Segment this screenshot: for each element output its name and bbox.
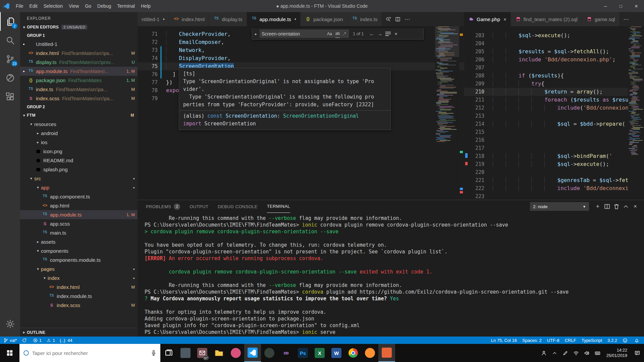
activity-scm[interactable]: 23 — [0, 50, 20, 68]
tab-game.sql[interactable]: game.sql — [582, 12, 620, 26]
tray-keyboard[interactable] — [592, 344, 603, 362]
panel-tab-terminal[interactable]: TERMINAL — [267, 200, 290, 213]
tree-item-app.module.ts[interactable]: TSapp.module.ts1, M — [20, 210, 138, 219]
menu-edit[interactable]: Edit — [26, 3, 41, 9]
taskbar-clock[interactable]: 14:22 25/01/2019 — [603, 348, 631, 358]
close-find-button[interactable]: × — [392, 30, 400, 38]
tree-item-android[interactable]: ▸android — [20, 129, 138, 138]
open-changes-button[interactable] — [384, 16, 392, 22]
activity-files[interactable]: 2 — [0, 12, 20, 31]
tree-item-main.ts[interactable]: TSmain.ts — [20, 228, 138, 237]
taskbar-capture-app[interactable] — [177, 344, 194, 362]
open-editor-display.ts[interactable]: TSdisplay.tsFindTeamMates\src\prov...U — [20, 58, 138, 67]
next-match-button[interactable]: → — [376, 30, 384, 38]
status-ts-version[interactable]: 3.2.2 — [607, 338, 617, 343]
tab-display.ts[interactable]: TSdisplay.ts — [209, 12, 247, 26]
taskbar-photoshop[interactable]: Ps — [294, 344, 311, 362]
taskbar-excel[interactable]: X — [311, 344, 328, 362]
open-editor-index.ts[interactable]: TSindex.tsFindTeamMates\src\pa...M — [20, 85, 138, 94]
menu-help[interactable]: Help — [138, 3, 154, 9]
status-git-branch[interactable]: val* — [3, 338, 17, 343]
taskbar-dark-app[interactable] — [261, 344, 278, 362]
windows-search-box[interactable] — [19, 344, 160, 362]
tray-volume[interactable] — [581, 344, 592, 362]
taskbar-word[interactable]: W — [328, 344, 345, 362]
taskbar-photos-app[interactable] — [227, 344, 244, 362]
tray-pen[interactable] — [560, 344, 571, 362]
tab-package.json[interactable]: {}package.json — [301, 12, 347, 26]
tray-chevron-up[interactable] — [549, 344, 560, 362]
minimap[interactable] — [435, 26, 459, 187]
tree-item-app.scss[interactable]: Sapp.scss — [20, 219, 138, 228]
panel-tab-problems[interactable]: PROBLEMS2 — [146, 200, 180, 213]
taskbar-vscode[interactable] — [244, 344, 261, 362]
tree-item-app.component.ts[interactable]: TSapp.component.ts — [20, 192, 138, 201]
new-terminal-button[interactable]: + — [593, 203, 602, 210]
tree-item-ios[interactable]: ▸ios — [20, 138, 138, 147]
minimap[interactable] — [628, 26, 644, 200]
tab-app.module.ts[interactable]: TSapp.module.ts● — [247, 12, 301, 26]
status-warnings[interactable]: ⚠1 — [46, 338, 55, 343]
code-editor-typescript[interactable]: 71 CheckerProvider,72 EmailComposer,73 N… — [138, 26, 464, 200]
tree-item-assets[interactable]: ▸assets — [20, 237, 138, 246]
workspace-header[interactable]: ▾ FTM M — [20, 111, 138, 120]
status-feedback[interactable] — [623, 338, 629, 343]
tree-item-resources[interactable]: ▾resources — [20, 120, 138, 129]
tab-game.php[interactable]: Game.php× — [464, 12, 511, 26]
terminal-output[interactable]: Re-running this command with the --verbo… — [138, 213, 644, 337]
menu-selection[interactable]: Selection — [41, 3, 66, 9]
minimize-button[interactable]: ─ — [598, 0, 613, 12]
kill-terminal-button[interactable] — [612, 203, 621, 210]
find-in-selection-button[interactable] — [384, 30, 392, 38]
overview-ruler[interactable] — [459, 26, 464, 200]
terminal-selector[interactable]: 2: node ▼ — [530, 202, 589, 211]
find-input[interactable] — [260, 29, 325, 38]
tab-find-team-mates-2-.sql[interactable]: find_team_mates (2).sql — [511, 12, 582, 26]
tree-item-components[interactable]: ▾components — [20, 246, 138, 255]
taskbar-dev-tool[interactable] — [378, 344, 395, 362]
panel-tab-output[interactable]: OUTPUT — [190, 200, 208, 213]
maximize-button[interactable]: □ — [613, 0, 629, 12]
split-editor-button[interactable] — [394, 16, 402, 22]
activity-debug[interactable] — [0, 68, 20, 87]
taskbar-mail-app[interactable]: 57 — [194, 344, 211, 362]
tree-item-splash.png[interactable]: splash.png — [20, 165, 138, 174]
start-button[interactable] — [0, 344, 19, 362]
tree-item-src[interactable]: ▾src● — [20, 174, 138, 183]
previous-match-button[interactable]: ← — [368, 30, 376, 38]
activity-search[interactable] — [0, 31, 20, 50]
action-center-button[interactable] — [631, 350, 644, 356]
more-actions-button[interactable]: ⋯ — [622, 16, 631, 22]
tray-network[interactable] — [571, 344, 581, 362]
taskbar-task-view[interactable] — [160, 344, 177, 362]
status-bracket-count[interactable]: {..}: 44 — [60, 338, 72, 343]
whole-word-toggle[interactable]: ab — [334, 31, 341, 37]
menu-go[interactable]: Go — [82, 3, 94, 9]
status-sync[interactable] — [22, 338, 28, 343]
tree-item-pages[interactable]: ▾pages● — [20, 264, 138, 274]
close-icon[interactable]: × — [503, 16, 506, 22]
status-cursor-position[interactable]: Ln 75, Col 16 — [491, 338, 517, 343]
close-panel-button[interactable]: × — [631, 203, 640, 210]
taskbar-file-explorer[interactable] — [211, 344, 227, 362]
tree-item-icon.png[interactable]: icon.png — [20, 147, 138, 156]
status-encoding[interactable]: UTF-8 — [547, 338, 559, 343]
menu-debug[interactable]: Debug — [94, 3, 114, 9]
taskbar-chrome[interactable] — [345, 344, 362, 362]
maximize-panel-button[interactable] — [621, 203, 631, 210]
status-language-mode[interactable]: TypeScript — [582, 338, 602, 343]
open-editor-package.json[interactable]: {}package.jsonFindTeamMates1, M — [20, 76, 138, 85]
open-editor-Untitled-1[interactable]: ●Untitled-1 — [20, 40, 138, 49]
windows-search-input[interactable] — [30, 350, 150, 356]
status-eol[interactable]: CRLF — [565, 338, 576, 343]
toggle-replace-icon[interactable]: ▸ — [252, 28, 260, 39]
outline-header[interactable]: ▸ OUTLINE — [20, 328, 138, 337]
status-notifications[interactable] — [634, 338, 641, 343]
activity-extensions[interactable] — [0, 87, 20, 106]
tree-item-index.module.ts[interactable]: TSindex.module.ts — [20, 292, 138, 301]
tab-index.ts[interactable]: TSindex.ts — [347, 12, 382, 26]
open-editor-app.module.ts[interactable]: ●TSapp.module.tsFindTeamMates\...1, M — [20, 67, 138, 76]
status-errors[interactable]: 1 — [33, 338, 42, 343]
more-actions-button[interactable]: ⋯ — [402, 16, 412, 22]
tree-item-components.module.ts[interactable]: TScomponents.module.ts — [20, 255, 138, 264]
